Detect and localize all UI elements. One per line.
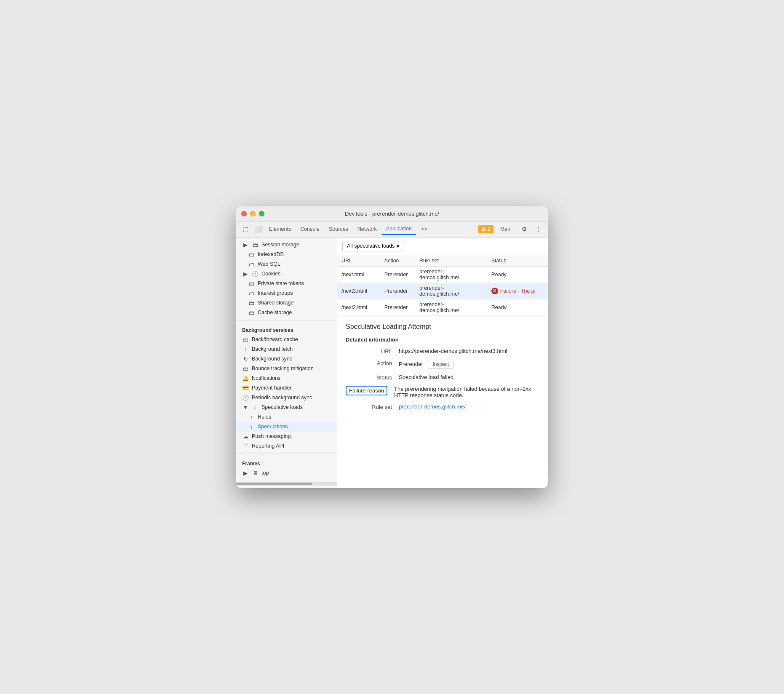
sidebar-label: Interest groups (258, 290, 293, 296)
table-row[interactable]: /next.html Prerender prerender-demos.gli… (337, 266, 548, 283)
payment-icon: 💳 (242, 385, 249, 391)
settings-icon[interactable]: ⚙ (518, 223, 530, 235)
sidebar-item-bg-fetch[interactable]: ↕ Background fetch (236, 344, 337, 354)
detail-label-ruleset: Rule set (346, 403, 392, 410)
detail-row-action: Action Prerender Inspect (346, 360, 539, 369)
sidebar-item-bf-cache[interactable]: 🗃 Back/forward cache (236, 335, 337, 344)
col-header-action: Action (380, 255, 415, 267)
db-icon: 🗃 (248, 251, 255, 258)
more-menu-icon[interactable]: ⋮ (533, 223, 544, 235)
sidebar-label: Background fetch (252, 346, 293, 352)
sidebar-item-speculations[interactable]: ↕ Speculations (236, 422, 337, 432)
detail-value-status: Speculative load failed. (399, 374, 539, 380)
sidebar-label: Web SQL (258, 261, 280, 267)
close-button[interactable] (241, 211, 247, 216)
speculative-loads-table: URL Action Rule set Status /next.html Pr… (337, 255, 548, 316)
tab-console[interactable]: Console (296, 224, 324, 235)
detail-panel: Speculative Loading Attempt Detailed inf… (337, 316, 548, 422)
sidebar-item-rules[interactable]: ↑ Rules (236, 412, 337, 422)
sidebar-item-notifications[interactable]: 🔔 Notifications (236, 374, 337, 383)
sidebar-item-frames-top[interactable]: ▶ 🖥 top (236, 468, 337, 478)
sync-icon: ↻ (242, 356, 249, 362)
sidebar-item-websql[interactable]: 🗃 Web SQL (236, 259, 337, 269)
sidebar-divider-2 (236, 454, 337, 454)
detail-value-failure-reason: The prerendering navigation failed becau… (394, 386, 539, 398)
fail-text: Failure - The pr (500, 288, 536, 294)
specload-icon: ↕ (252, 404, 259, 411)
filter-dropdown[interactable]: All speculative loads ▾ (342, 241, 404, 251)
sidebar-item-indexeddb[interactable]: 🗃 IndexedDB (236, 250, 337, 259)
sidebar-item-push-messaging[interactable]: ☁ Push messaging (236, 432, 337, 441)
sidebar-scrollbar[interactable] (236, 482, 337, 486)
fetch-icon: ↕ (242, 346, 249, 352)
col-header-status: Status (487, 255, 548, 267)
table-row[interactable]: /next2.html Prerender prerender-demos.gl… (337, 299, 548, 315)
sidebar-label: top (261, 470, 269, 476)
sidebar: ▶ 🗃 Session storage 🗃 IndexedDB 🗃 Web SQ… (236, 238, 337, 488)
expand-icon: ▶ (242, 470, 249, 476)
sidebar-item-cookies[interactable]: ▶ 🕐 Cookies (236, 269, 337, 279)
filter-label: All speculative loads (347, 243, 395, 249)
detail-label-failure-reason: Failure reason (346, 386, 387, 395)
sidebar-label: Reporting API (252, 443, 284, 449)
col-header-ruleset: Rule set (415, 255, 487, 267)
speculative-loads-table-area: URL Action Rule set Status /next.html Pr… (337, 255, 548, 316)
sidebar-item-bounce-tracking[interactable]: 🗃 Bounce tracking mitigation (236, 364, 337, 374)
sidebar-item-payment-handler[interactable]: 💳 Payment handler (236, 383, 337, 393)
cell-ruleset: prerender-demos.glitch.me/ (415, 283, 487, 299)
cell-url: /next.html (337, 266, 380, 283)
ruleset-link[interactable]: prerender-demos.glitch.me/ (399, 403, 466, 410)
tab-elements[interactable]: Elements (265, 224, 295, 235)
minimize-button[interactable] (250, 211, 256, 216)
window-title: DevTools - prerender-demos.glitch.me/ (345, 211, 439, 217)
sidebar-item-session-storage[interactable]: ▶ 🗃 Session storage (236, 240, 337, 250)
sidebar-label: Shared storage (258, 300, 293, 306)
tab-sources[interactable]: Sources (325, 224, 352, 235)
sidebar-label: Cache storage (258, 310, 292, 315)
tab-more[interactable]: >> (417, 224, 432, 235)
sidebar-label: Notifications (252, 375, 280, 381)
spec-icon: ↕ (248, 424, 255, 430)
cloud-icon: ☁ (242, 433, 249, 440)
warning-icon: ⚠ (481, 226, 486, 232)
sidebar-label: Cookies (261, 271, 280, 277)
select-tool-icon[interactable]: ⬚ (240, 223, 251, 235)
tab-network[interactable]: Network (353, 224, 381, 235)
inspect-button[interactable]: Inspect (428, 360, 453, 369)
sidebar-item-bg-sync[interactable]: ↻ Background sync (236, 354, 337, 364)
toolbar-right: ⚠ 2 Main ⚙ ⋮ (478, 223, 544, 235)
db-icon: 🗃 (242, 336, 249, 343)
detail-value-action: Prerender Inspect (399, 360, 539, 369)
sidebar-item-speculative-loads[interactable]: ▼ ↕ Speculative loads (236, 403, 337, 412)
devtools-toolbar: ⬚ ⬜ Elements Console Sources Network App… (236, 222, 548, 238)
warning-badge[interactable]: ⚠ 2 (478, 225, 493, 233)
db-icon: 🗃 (248, 290, 255, 296)
sidebar-label: Rules (258, 414, 271, 420)
cell-status: ✕ Failure - The pr (487, 283, 548, 299)
detail-row-status: Status Speculative load failed. (346, 374, 539, 381)
detail-row-url: URL https://prerender-demos.glitch.me/ne… (346, 348, 539, 355)
filter-bar: All speculative loads ▾ (337, 238, 548, 255)
sidebar-item-reporting-api[interactable]: 📄 Reporting API (236, 441, 337, 451)
db-icon: 🗃 (252, 242, 259, 248)
sidebar-label: Background sync (252, 356, 292, 362)
traffic-lights (241, 211, 264, 216)
cell-status: Ready (487, 266, 548, 283)
detail-label-status: Status (346, 374, 392, 381)
sidebar-label: Back/forward cache (252, 336, 298, 342)
table-row-selected[interactable]: /next3.html Prerender prerender-demos.gl… (337, 283, 548, 299)
maximize-button[interactable] (259, 211, 264, 216)
db-icon: 🗃 (248, 280, 255, 287)
sidebar-item-periodic-bg-sync[interactable]: 🕐 Periodic background sync (236, 393, 337, 403)
sidebar-item-shared-storage[interactable]: 🗃 Shared storage (236, 298, 337, 308)
expand-icon: ▶ (242, 242, 249, 248)
main-dropdown[interactable]: Main (496, 224, 516, 235)
sidebar-item-cache-storage[interactable]: 🗃 Cache storage (236, 308, 337, 318)
device-toolbar-icon[interactable]: ⬜ (252, 223, 264, 235)
cell-status: Ready (487, 299, 548, 315)
sidebar-item-private-state-tokens[interactable]: 🗃 Private state tokens (236, 279, 337, 288)
tab-application[interactable]: Application (382, 223, 416, 235)
sidebar-label: Push messaging (252, 433, 291, 439)
sidebar-item-interest-groups[interactable]: 🗃 Interest groups (236, 288, 337, 298)
detail-value-url: https://prerender-demos.glitch.me/next3.… (399, 348, 539, 354)
